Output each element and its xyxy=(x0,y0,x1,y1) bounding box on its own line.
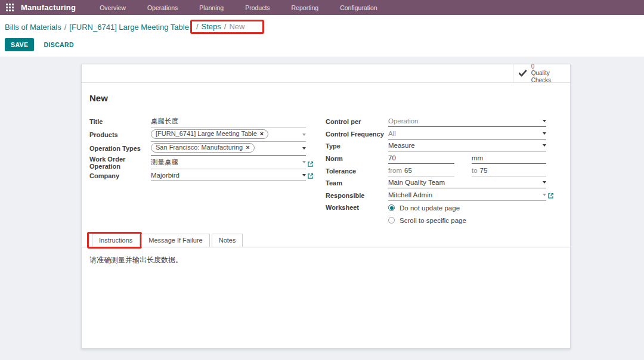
radio-selected-icon[interactable] xyxy=(388,204,395,211)
quality-checks-count: 0 xyxy=(531,63,568,70)
company-label: Company xyxy=(89,172,151,179)
dropdown-caret-icon[interactable] xyxy=(302,147,306,150)
remove-tag-icon[interactable]: × xyxy=(260,130,264,138)
annotation-box-breadcrumb: / Steps / New xyxy=(190,20,265,34)
form-status-bar: 0 Quality Checks xyxy=(82,64,570,83)
discard-button[interactable]: DISCARD xyxy=(44,41,74,48)
nav-item-configuration[interactable]: Configuration xyxy=(329,0,388,15)
nav-item-products[interactable]: Products xyxy=(234,0,280,15)
operation-types-label: Operation Types xyxy=(89,145,151,152)
norm-unit-input[interactable]: mm xyxy=(472,153,546,164)
field-row-title: Title 桌腿长度 xyxy=(89,116,314,128)
control-per-label: Control per xyxy=(326,118,388,125)
field-row-responsible: Responsible Mitchell Admin xyxy=(326,190,554,202)
worksheet-option-scroll-to-page[interactable]: Scroll to specific page xyxy=(388,214,554,226)
radio-unselected-icon[interactable] xyxy=(388,217,395,224)
instructions-content[interactable]: 请准确测量并输出长度数据。 xyxy=(82,247,570,349)
breadcrumb-separator: / xyxy=(221,22,230,31)
breadcrumb-current-new: New xyxy=(229,22,244,31)
dropdown-caret-icon[interactable] xyxy=(543,132,546,135)
breadcrumb-steps[interactable]: Steps xyxy=(202,22,221,31)
tab-message-if-failure[interactable]: Message If Failure xyxy=(141,234,209,247)
top-navbar: Manufacturing Overview Operations Planni… xyxy=(0,0,644,15)
field-row-control-per: Control per Operation xyxy=(326,116,554,128)
control-frequency-label: Control Frequency xyxy=(326,131,388,138)
external-link-icon[interactable] xyxy=(306,161,314,167)
main-content: 0 Quality Checks New Title 桌腿长度 xyxy=(0,57,644,349)
control-per-select[interactable]: Operation xyxy=(388,116,546,127)
quality-checks-stat-button[interactable]: 0 Quality Checks xyxy=(513,64,570,82)
worksheet-radio-group: Do not update page Scroll to specific pa… xyxy=(388,201,554,226)
form-actions: SAVE DISCARD xyxy=(5,38,639,51)
field-row-control-frequency: Control Frequency All xyxy=(326,128,554,141)
company-input[interactable]: Majorbird xyxy=(151,170,306,181)
breadcrumb-separator: / xyxy=(193,22,202,31)
nav-item-operations[interactable]: Operations xyxy=(137,0,188,15)
norm-value-input[interactable]: 70 xyxy=(388,153,454,164)
tolerance-from-label: from xyxy=(388,167,402,174)
product-tag[interactable]: [FURN_6741] Large Meeting Table × xyxy=(151,129,268,139)
tolerance-to-input[interactable]: to 75 xyxy=(472,166,546,176)
breadcrumb-separator: / xyxy=(61,23,70,32)
form-column-left: Title 桌腿长度 Products xyxy=(89,116,314,182)
type-select[interactable]: Measure xyxy=(388,141,546,151)
field-row-operation-types: Operation Types San Francisco: Manufactu… xyxy=(89,142,314,156)
nav-item-planning[interactable]: Planning xyxy=(188,0,234,15)
tolerance-label: Tolerance xyxy=(326,167,388,175)
title-label: Title xyxy=(89,118,151,125)
type-label: Type xyxy=(326,142,388,150)
tab-notes[interactable]: Notes xyxy=(212,234,243,247)
tab-instructions[interactable]: Instructions xyxy=(92,234,140,247)
responsible-label: Responsible xyxy=(326,192,388,199)
field-row-norm: Norm 70 mm xyxy=(326,153,554,165)
worksheet-option-do-not-update[interactable]: Do not update page xyxy=(388,201,554,214)
work-order-operation-label: Work Order Operation xyxy=(89,156,151,170)
field-row-tolerance: Tolerance from 65 to 75 xyxy=(326,165,554,177)
check-icon xyxy=(519,70,527,77)
notebook-tabs: Instructions Message If Failure Notes xyxy=(82,233,570,247)
products-input[interactable]: [FURN_6741] Large Meeting Table × xyxy=(151,128,306,142)
form-card: 0 Quality Checks New Title 桌腿长度 xyxy=(81,64,571,349)
breadcrumb: Bills of Materials / [FURN_6741] Large M… xyxy=(5,20,639,33)
responsible-input[interactable]: Mitchell Admin xyxy=(388,190,546,201)
field-row-products: Products [FURN_6741] Large Meeting Table… xyxy=(89,128,314,142)
worksheet-label: Worksheet xyxy=(326,204,388,211)
tolerance-to-label: to xyxy=(472,167,478,174)
nav-item-overview[interactable]: Overview xyxy=(89,0,137,15)
field-row-work-order-operation: Work Order Operation 测量桌腿 xyxy=(89,156,314,170)
team-select[interactable]: Main Quality Team xyxy=(388,178,546,188)
team-label: Team xyxy=(326,179,388,187)
nav-item-reporting[interactable]: Reporting xyxy=(281,0,330,15)
norm-label: Norm xyxy=(326,155,388,162)
breadcrumb-bills-of-materials[interactable]: Bills of Materials xyxy=(5,23,61,32)
tolerance-from-input[interactable]: from 65 xyxy=(388,166,454,176)
quality-checks-label: Quality Checks xyxy=(531,70,568,83)
form-sheet: New Title 桌腿长度 Products xyxy=(82,83,570,233)
dropdown-caret-icon[interactable] xyxy=(302,134,306,136)
nav-menu: Overview Operations Planning Products Re… xyxy=(89,0,388,15)
control-panel: Bills of Materials / [FURN_6741] Large M… xyxy=(0,15,644,57)
field-row-worksheet: Worksheet Do not update page Scroll to s… xyxy=(326,201,554,226)
form-column-right: Control per Operation Control Frequency xyxy=(326,116,554,226)
dropdown-caret-icon[interactable] xyxy=(543,181,546,184)
apps-grid-icon[interactable] xyxy=(6,4,14,11)
external-link-icon[interactable] xyxy=(306,173,314,179)
dropdown-caret-icon[interactable] xyxy=(543,120,546,122)
field-row-team: Team Main Quality Team xyxy=(326,177,554,190)
control-frequency-select[interactable]: All xyxy=(388,129,546,139)
products-label: Products xyxy=(89,131,151,138)
operation-type-tag[interactable]: San Francisco: Manufacturing × xyxy=(151,143,255,153)
title-input[interactable]: 桌腿长度 xyxy=(151,116,306,128)
remove-tag-icon[interactable]: × xyxy=(246,144,249,151)
field-row-type: Type Measure xyxy=(326,140,554,153)
breadcrumb-bom-record[interactable]: [FURN_6741] Large Meeting Table xyxy=(69,23,189,32)
record-title: New xyxy=(89,93,553,103)
app-name[interactable]: Manufacturing xyxy=(21,3,76,12)
external-link-icon[interactable] xyxy=(546,193,554,199)
work-order-operation-input[interactable]: 测量桌腿 xyxy=(151,157,306,169)
field-row-company: Company Majorbird xyxy=(89,170,314,182)
operation-types-input[interactable]: San Francisco: Manufacturing × xyxy=(151,142,306,156)
dropdown-caret-icon[interactable] xyxy=(543,144,546,147)
save-button[interactable]: SAVE xyxy=(5,38,34,51)
